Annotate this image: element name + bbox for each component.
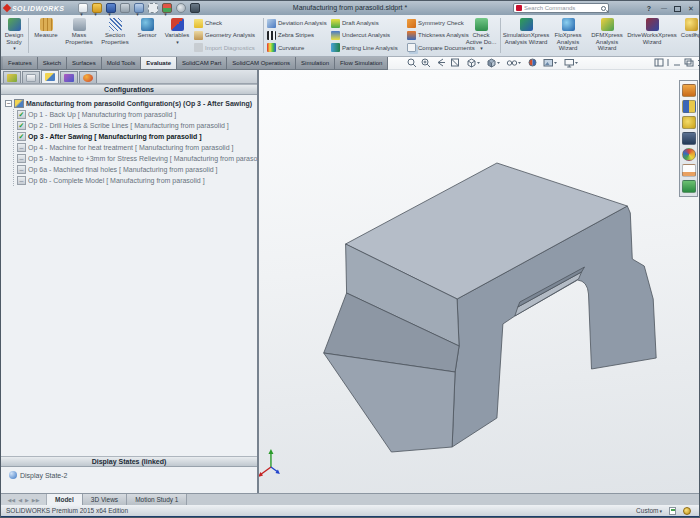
config-row-op2[interactable]: ✓ Op 2 - Drill Holes & Scribe Lines [ Ma… (17, 120, 257, 131)
toolbox-icon[interactable] (682, 116, 696, 129)
appearances-tab[interactable] (79, 71, 97, 83)
collapse-expander-icon[interactable] (5, 100, 12, 107)
tab-model[interactable]: Model (47, 494, 83, 505)
zoom-to-fit-icon[interactable] (408, 59, 416, 67)
section-properties-button[interactable]: Section Properties (97, 16, 133, 55)
status-tag-icon[interactable] (683, 507, 691, 515)
sensor-button[interactable]: Sensor (133, 16, 161, 55)
variables-button[interactable]: Variables (161, 16, 193, 55)
tab-surfaces[interactable]: Surfaces (67, 57, 102, 69)
document-tab-bar: ◀◀ ◀ ▶ ▶▶ Model 3D Views Motion Study 1 (1, 493, 699, 505)
appearances-scenes-icon[interactable] (682, 148, 696, 161)
graphics-viewport[interactable] (259, 70, 699, 493)
open-document-icon[interactable] (92, 3, 102, 13)
curvature-button[interactable]: Curvature (267, 42, 329, 53)
check-active-document-button[interactable]: Check Active Do... (464, 16, 498, 55)
scroll-left-icon[interactable]: ◀ (18, 497, 22, 503)
geometry-analysis-button[interactable]: Geometry Analysis (194, 30, 260, 41)
ribbon-overflow-chevron[interactable] (693, 31, 697, 38)
tab-flow-simulation[interactable]: Flow Simulation (335, 57, 388, 69)
file-explorer-icon[interactable] (682, 132, 696, 145)
config-row-op3-active[interactable]: ✓ Op 3 - After Sawing [ Manufacturing fr… (17, 131, 257, 142)
design-study-button[interactable]: Design Study (2, 16, 26, 55)
apply-scene-icon[interactable] (544, 60, 557, 67)
split-pane-icon[interactable] (655, 59, 663, 66)
save-icon[interactable] (106, 3, 116, 13)
part-model[interactable] (324, 163, 656, 452)
symmetry-check-button[interactable]: Symmetry Check (407, 18, 463, 29)
dimxpert-manager-tab[interactable] (60, 71, 78, 83)
scroll-last-icon[interactable]: ▶▶ (32, 497, 40, 503)
config-row-op1[interactable]: ✓ Op 1 - Back Up [ Manufacturing from pa… (17, 109, 257, 120)
zoom-to-area-icon[interactable] (422, 59, 430, 67)
hide-show-items-icon[interactable] (508, 61, 522, 65)
tab-simulation[interactable]: Simulation (296, 57, 335, 69)
config-checked-icon: ✓ (17, 132, 26, 141)
tab-3d-views[interactable]: 3D Views (83, 494, 127, 505)
deviation-analysis-button[interactable]: Deviation Analysis (267, 18, 329, 29)
configuration-manager-tab[interactable] (41, 70, 59, 83)
config-row-op5[interactable]: – Op 5 - Machine to +3mm for Stress Reli… (17, 153, 257, 164)
tab-features[interactable]: Features (3, 57, 38, 69)
tab-solidcam-part[interactable]: SolidCAM Part (177, 57, 227, 69)
solidworks-forum-icon[interactable] (682, 180, 696, 193)
view-settings-icon[interactable] (565, 60, 578, 68)
parting-line-analysis-button[interactable]: Parting Line Analysis (331, 42, 405, 53)
zebra-stripes-button[interactable]: Zebra Stripes (267, 30, 329, 41)
floxpress-icon (562, 18, 575, 31)
tab-solidcam-operations[interactable]: SolidCAM Operations (227, 57, 296, 69)
restore-button[interactable] (674, 6, 681, 12)
select-icon[interactable] (148, 3, 158, 13)
compare-documents-button[interactable]: Compare Documents (407, 42, 463, 53)
thickness-analysis-button[interactable]: Thickness Analysis (407, 30, 463, 41)
print-icon[interactable] (120, 3, 130, 13)
check-button[interactable]: Check (194, 18, 260, 29)
design-library-icon[interactable] (682, 100, 696, 113)
restore-pane-icon[interactable] (685, 59, 693, 66)
minimize-button[interactable] (659, 2, 669, 14)
display-state-row[interactable]: Display State-2 (1, 467, 257, 479)
undo-icon[interactable] (134, 3, 144, 13)
screen-capture-icon[interactable] (190, 3, 200, 13)
feature-tree-tab[interactable] (3, 71, 21, 83)
tab-mold-tools[interactable]: Mold Tools (102, 57, 142, 69)
tab-evaluate[interactable]: Evaluate (141, 57, 177, 69)
units-selector[interactable]: Custom (636, 507, 662, 514)
simulationxpress-wizard-button[interactable]: SimulationXpress Analysis Wizard (503, 16, 549, 55)
measure-button[interactable]: Measure (31, 16, 61, 55)
display-style-icon[interactable] (488, 59, 500, 67)
tab-motion-study[interactable]: Motion Study 1 (127, 494, 187, 505)
property-manager-tab[interactable] (22, 71, 40, 83)
search-commands-box[interactable]: Search Commands (513, 3, 609, 13)
config-row-op6b[interactable]: – Op 6b - Complete Model [ Manufacturing… (17, 175, 257, 186)
solidworks-search-icon (516, 5, 522, 11)
new-document-icon[interactable] (78, 3, 88, 13)
import-diagnostics-button[interactable]: Import Diagnostics (194, 42, 260, 53)
configurations-root-row[interactable]: Manufacturing from parasolid Configurati… (5, 98, 257, 109)
search-magnifier-icon[interactable] (601, 6, 606, 11)
tab-sketch[interactable]: Sketch (38, 57, 67, 69)
edit-appearance-icon[interactable] (529, 59, 536, 66)
config-row-op4[interactable]: – Op 4 - Machine for heat treatment [ Ma… (17, 142, 257, 153)
scroll-right-icon[interactable]: ▶ (25, 497, 29, 503)
driveworksxpress-wizard-button[interactable]: DriveWorksXpress Wizard (627, 16, 677, 55)
section-view-icon[interactable] (452, 59, 459, 66)
help-button[interactable] (644, 3, 654, 14)
dfmxpress-wizard-button[interactable]: DFMXpress Analysis Wizard (587, 16, 627, 55)
floxpress-wizard-button[interactable]: FloXpress Analysis Wizard (549, 16, 587, 55)
options-gear-icon[interactable] (176, 3, 186, 13)
model-3d-view[interactable] (259, 70, 699, 493)
mass-properties-button[interactable]: Mass Properties (61, 16, 97, 55)
solidworks-resources-icon[interactable] (682, 84, 696, 97)
draft-analysis-button[interactable]: Draft Analysis (331, 18, 405, 29)
scroll-first-icon[interactable]: ◀◀ (7, 497, 15, 503)
costing-icon (685, 18, 698, 31)
close-button[interactable] (686, 3, 696, 14)
rebuild-icon[interactable] (162, 3, 172, 13)
undercut-analysis-button[interactable]: Undercut Analysis (331, 30, 405, 41)
tab-scroll-buttons[interactable]: ◀◀ ◀ ▶ ▶▶ (1, 494, 47, 505)
config-row-op6a[interactable]: – Op 6a - Machined final holes [ Manufac… (17, 164, 257, 175)
view-orientation-icon[interactable] (468, 59, 480, 67)
custom-properties-icon[interactable] (682, 164, 696, 177)
previous-view-icon[interactable] (438, 59, 445, 66)
